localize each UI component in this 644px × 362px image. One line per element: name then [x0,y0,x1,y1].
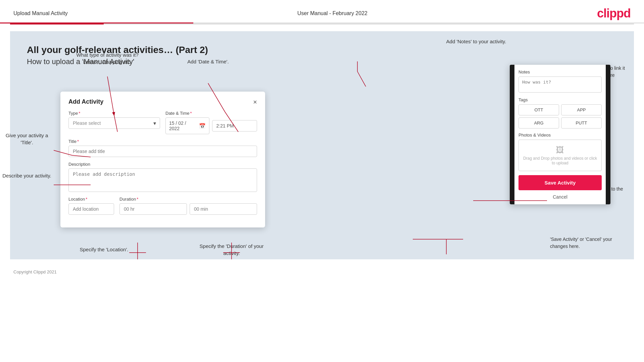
date-value: 15 / 02 / 2022 [169,120,197,131]
form-row-location-duration: Location* Duration* [68,197,257,215]
date-input[interactable]: 15 / 02 / 2022 📅 [165,117,209,134]
tags-label: Tags [518,97,602,102]
page-title: Upload Manual Activity [13,10,68,16]
annotation-date-time: Add 'Date & Time'. [175,58,242,65]
header-divider [10,23,634,24]
annotation-notes: Add 'Notes' to your activity. [446,38,506,45]
cancel-link[interactable]: Cancel [518,193,602,201]
form-row-description: Description [68,162,257,192]
annotation-location: Specify the 'Location'. [70,246,138,253]
duration-row [119,203,257,215]
type-select[interactable]: Please select [68,117,160,129]
modal-close-button[interactable]: × [253,99,257,105]
type-select-wrap: Please select [68,117,160,129]
tag-app[interactable]: APP [561,104,602,115]
modal-title: Add Activity [68,98,103,105]
phone-inner: Notes Tags OTT APP ARG PUTT Photos & Vid… [514,65,606,204]
form-row-type-datetime: Type* Please select Date & Time* 15 / 02… [68,111,257,134]
calendar-icon: 📅 [199,123,206,129]
form-group-datetime: Date & Time* 15 / 02 / 2022 📅 2:21 PM [165,111,257,134]
tag-arg[interactable]: ARG [518,117,559,128]
location-label: Location* [68,197,114,202]
manual-title: User Manual - February 2022 [297,10,367,16]
datetime-label: Date & Time* [165,111,257,116]
annotation-description: Describe your activity. [0,172,54,179]
form-group-location: Location* [68,197,114,215]
annotation-title: Give your activity a 'Title'. [0,132,54,146]
title-input[interactable] [68,146,257,157]
main-content: All your golf-relevant activities… (Part… [10,31,634,259]
notes-textarea[interactable] [518,76,602,93]
title-label: Title* [68,139,257,144]
duration-label: Duration* [119,197,257,202]
date-time-row: 15 / 02 / 2022 📅 2:21 PM [165,117,257,134]
logo: clippd [597,6,631,20]
time-input[interactable]: 2:21 PM [212,120,257,132]
phone-left-bar [510,65,514,204]
annotation-save: 'Save Activity' or 'Cancel' your changes… [550,236,627,250]
notes-label: Notes [518,69,602,74]
form-row-title: Title* [68,139,257,157]
type-label: Type* [68,111,160,116]
duration-hr-input[interactable] [119,203,187,215]
description-textarea[interactable] [68,168,257,192]
location-input[interactable] [68,203,114,215]
form-group-duration: Duration* [119,197,257,215]
copyright: Copyright Clippd 2021 [13,269,57,274]
phone-panel: Notes Tags OTT APP ARG PUTT Photos & Vid… [510,65,610,204]
add-activity-modal: Add Activity × Type* Please select Date … [60,92,265,227]
form-group-description: Description [68,162,257,192]
upload-text: Drag and Drop photos and videos or click… [522,156,598,165]
form-group-title: Title* [68,139,257,157]
svg-line-15 [357,71,366,87]
phone-right-bar [606,65,610,204]
footer: Copyright Clippd 2021 [0,266,644,278]
photos-label: Photos & Videos [518,133,602,138]
tag-ott[interactable]: OTT [518,104,559,115]
top-bar: Upload Manual Activity User Manual - Feb… [0,0,644,23]
annotation-duration: Specify the 'Duration' of your activity. [198,243,265,257]
tags-grid: OTT APP ARG PUTT [518,104,602,128]
duration-min-input[interactable] [190,203,257,215]
upload-area[interactable]: 🖼 Drag and Drop photos and videos or cli… [518,140,602,171]
tag-putt[interactable]: PUTT [561,117,602,128]
save-activity-button[interactable]: Save Activity [518,175,602,190]
description-label: Description [68,162,257,167]
form-group-type: Type* Please select [68,111,160,134]
annotation-activity-type: What type of activity was it? Lesson, Ch… [74,51,141,65]
modal-header: Add Activity × [68,98,257,105]
upload-icon: 🖼 [522,145,598,155]
